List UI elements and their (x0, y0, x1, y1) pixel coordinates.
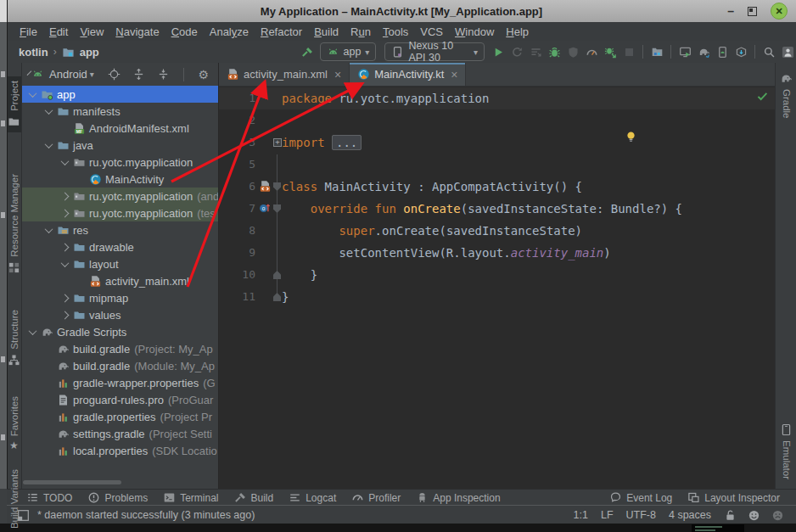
chevron-expanded-icon[interactable] (45, 225, 53, 233)
no-problems-check-icon[interactable] (756, 90, 769, 103)
stop-button[interactable] (620, 42, 637, 61)
code-editor[interactable]: 1package ru.yotc.myapplication23import .… (219, 87, 776, 490)
close-tab-icon[interactable]: × (451, 68, 457, 81)
menu-edit[interactable]: Edit (43, 25, 74, 38)
run-configuration-selector[interactable]: app ▾ (320, 42, 377, 61)
menu-file[interactable]: File (14, 25, 43, 38)
tree-item-ru-yotc-myapplication-7[interactable]: ru.yotc.myapplication(tes (21, 204, 218, 221)
tree-item-drawable[interactable]: drawable (21, 238, 218, 255)
code-line-8[interactable]: 8 super.onCreate(savedInstanceState) (219, 220, 776, 242)
tool-window-button-logcat[interactable]: Logcat (281, 491, 344, 504)
code-line-7[interactable]: 7o override fun onCreate(savedInstanceSt… (219, 198, 776, 220)
titlebar[interactable]: My Application – MainActivity.kt [My_App… (7, 0, 796, 23)
fold-marker-icon[interactable] (273, 271, 281, 279)
chevron-expanded-icon[interactable] (61, 157, 70, 165)
tree-item-settings-gradle-20[interactable]: settings.gradle(Project Setti (21, 425, 218, 442)
tree-item-mipmap[interactable]: mipmap (21, 289, 218, 306)
code-line-2[interactable]: 2 (219, 109, 776, 132)
chevron-collapsed-icon[interactable] (61, 243, 70, 251)
gradle-sync-button[interactable] (695, 42, 712, 61)
tool-window-button-layout-inspector[interactable]: Layout Inspector (680, 491, 788, 504)
chevron-expanded-icon[interactable] (29, 89, 37, 98)
tree-item-ru-yotc-myapplication-6[interactable]: ru.yotc.myapplication(and (21, 188, 218, 204)
tree-item-gradle-properties-19[interactable]: gradle.properties(Project Pr (21, 408, 218, 425)
happy-face-icon[interactable] (748, 509, 760, 522)
folded-region[interactable]: ... (332, 135, 362, 150)
restore-icon[interactable] (748, 7, 757, 16)
chevron-collapsed-icon[interactable] (61, 209, 70, 217)
tree-item-gradle-wrapper-properties-17[interactable]: gradle-wrapper.properties(G (21, 374, 218, 391)
chevron-expanded-icon[interactable] (45, 106, 53, 115)
sad-face-icon[interactable] (771, 509, 784, 522)
tree-item-androidmanifest-xml[interactable]: MFAndroidManifest.xml (21, 120, 218, 137)
code-line-6[interactable]: 6class MainActivity : AppCompatActivity(… (219, 176, 776, 198)
menu-code[interactable]: Code (165, 25, 204, 38)
overriding-method-icon[interactable]: o (259, 202, 272, 215)
user-avatar-button[interactable] (779, 42, 796, 61)
apply-code-changes-button[interactable] (527, 42, 544, 61)
debug-button[interactable] (546, 42, 563, 61)
code-line-9[interactable]: 9 setContentView(R.layout.activity_main) (219, 242, 776, 264)
menu-build[interactable]: Build (308, 25, 345, 38)
intention-bulb-icon[interactable] (625, 131, 637, 143)
chevron-expanded-icon[interactable] (61, 259, 70, 267)
menu-navigate[interactable]: Navigate (109, 25, 165, 38)
code-line-10[interactable]: 10 } (219, 264, 776, 286)
tool-window-button-build[interactable]: Build (227, 491, 282, 504)
device-selector[interactable]: Nexus 10 API 30 ▾ (384, 42, 485, 61)
chevron-expanded-icon[interactable] (29, 327, 37, 335)
tool-window-button-terminal[interactable]: Terminal (155, 491, 226, 504)
fold-marker-icon[interactable] (273, 182, 281, 191)
tool-window-tab-structure[interactable]: Structure (7, 305, 21, 371)
tree-item-app[interactable]: app (21, 86, 218, 103)
tree-item-proguard-rules-pro-18[interactable]: proguard-rules.pro(ProGuar (21, 391, 218, 408)
indent-indicator[interactable]: 4 spaces (669, 509, 711, 521)
chevron-down-icon[interactable]: ▾ (90, 70, 94, 79)
tree-item-layout[interactable]: layout (21, 255, 218, 272)
breadcrumb-module[interactable]: kotlin (19, 46, 48, 59)
tool-window-tab-project[interactable]: Project (7, 76, 21, 132)
chevron-expanded-icon[interactable] (45, 140, 53, 148)
run-with-coverage-button[interactable] (564, 42, 581, 61)
search-everywhere-button[interactable] (760, 42, 777, 61)
minimize-icon[interactable]: – (727, 7, 734, 15)
tool-window-tab-build-variants[interactable]: Build Variants (7, 465, 21, 532)
tool-window-button-app-inspection[interactable]: App Inspection (408, 491, 507, 504)
editor-tab-mainactivity-kt[interactable]: MainActivity.kt× (350, 63, 466, 86)
tool-window-button-event-log[interactable]: Event Log (602, 491, 680, 504)
project-structure-button[interactable] (648, 42, 665, 61)
menu-analyze[interactable]: Analyze (204, 25, 255, 38)
tree-item-gradle-scripts[interactable]: Gradle Scripts (21, 323, 218, 340)
tool-window-button-todo[interactable]: TODO (19, 491, 80, 504)
tool-window-tab-gradle[interactable]: Gradle (776, 68, 796, 123)
xml-file-icon[interactable] (259, 180, 272, 193)
tree-item-activity-main-xml[interactable]: activity_main.xml (21, 272, 218, 289)
menu-window[interactable]: Window (449, 25, 500, 38)
tool-window-tab-favorites[interactable]: Favorites★ (7, 392, 21, 455)
tool-window-button-profiler[interactable]: Profiler (344, 491, 408, 504)
tree-item-ru-yotc-myapplication[interactable]: ru.yotc.myapplication (21, 154, 218, 171)
tool-window-tab-emulator[interactable]: Emulator (776, 419, 796, 484)
apply-changes-button[interactable] (508, 42, 525, 61)
breadcrumb-app[interactable]: app (80, 46, 99, 59)
tree-item-build-gradle-16[interactable]: build.gradle(Module: My_Ap (21, 357, 218, 374)
sdk-manager-button[interactable] (732, 42, 749, 61)
attach-debugger-button[interactable] (602, 42, 619, 61)
make-project-button[interactable] (300, 42, 315, 61)
tree-item-res[interactable]: res (21, 221, 218, 238)
code-line-3[interactable]: 3import ... (219, 132, 776, 154)
menu-vcs[interactable]: VCS (414, 25, 449, 38)
fold-marker-icon[interactable] (273, 293, 281, 301)
project-view-selector[interactable]: Android (49, 68, 87, 81)
menu-help[interactable]: Help (500, 25, 535, 38)
encoding-indicator[interactable]: UTF-8 (626, 509, 656, 521)
run-button[interactable] (490, 42, 507, 61)
fold-marker-icon[interactable] (273, 138, 282, 147)
unlock-icon[interactable] (724, 509, 737, 522)
device-manager-button[interactable] (676, 42, 693, 61)
tree-item-manifests[interactable]: manifests (21, 103, 218, 120)
line-ending-indicator[interactable]: LF (601, 509, 614, 521)
menu-refactor[interactable]: Refactor (255, 25, 308, 38)
close-icon[interactable]: ✕ (771, 3, 788, 20)
tool-window-tab-resource-manager[interactable]: Resource Manager (7, 170, 21, 278)
